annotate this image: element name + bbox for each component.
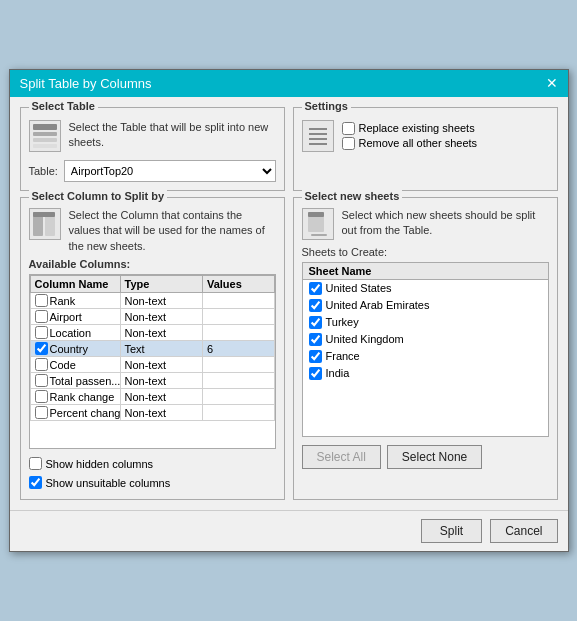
settings-icon-row: Replace existing sheets Remove all other… — [302, 120, 549, 152]
sheet-name: France — [326, 350, 360, 362]
cancel-button[interactable]: Cancel — [490, 519, 557, 543]
settings-content: Replace existing sheets Remove all other… — [302, 120, 549, 152]
col-header-type: Type — [120, 276, 202, 293]
settings-checkboxes: Replace existing sheets Remove all other… — [342, 120, 478, 152]
columns-header-row: Column Name Type Values — [30, 276, 274, 293]
column-bottom-options: Show hidden columns Show unsuitable colu… — [29, 455, 276, 491]
select-sheets-label: Select new sheets — [302, 190, 403, 202]
split-button[interactable]: Split — [421, 519, 482, 543]
sheet-checkbox[interactable] — [309, 333, 322, 346]
sheet-name: United Arab Emirates — [326, 299, 430, 311]
columns-table-wrap[interactable]: Column Name Type Values Rank Non-text — [29, 274, 276, 449]
col-values — [202, 309, 274, 325]
table-row: Location Non-text — [30, 325, 274, 341]
table-label: Table: — [29, 165, 58, 177]
col-header-name: Column Name — [30, 276, 120, 293]
sheets-description: Select which new sheets should be split … — [342, 208, 549, 239]
sheet-name: United Kingdom — [326, 333, 404, 345]
col-name: Location — [50, 327, 92, 339]
col-checkbox[interactable] — [35, 342, 48, 355]
select-sheets-group: Select new sheets Select which new sheet… — [293, 197, 558, 500]
settings-group: Settings Replace existi — [293, 107, 558, 191]
dialog-title: Split Table by Columns — [20, 76, 152, 91]
remove-sheets-checkbox[interactable] — [342, 137, 355, 150]
col-checkbox[interactable] — [35, 358, 48, 371]
select-all-none-buttons: Select All Select None — [302, 445, 549, 469]
table-row: Rank Non-text — [30, 293, 274, 309]
col-type: Non-text — [120, 389, 202, 405]
table-row: Total passen... Non-text — [30, 373, 274, 389]
bottom-section: Select Column to Split by Select the Col… — [10, 197, 568, 510]
col-name-cell: Rank change — [30, 389, 120, 405]
svg-rect-5 — [309, 133, 327, 135]
select-none-button[interactable]: Select None — [387, 445, 482, 469]
title-bar: Split Table by Columns ✕ — [10, 70, 568, 97]
select-all-button[interactable]: Select All — [302, 445, 381, 469]
close-button[interactable]: ✕ — [546, 76, 558, 90]
column-description: Select the Column that contains the valu… — [69, 208, 276, 254]
col-name-cell: Rank — [30, 293, 120, 309]
col-type: Non-text — [120, 357, 202, 373]
table-row: Country Text 6 — [30, 341, 274, 357]
sheet-checkbox[interactable] — [309, 350, 322, 363]
columns-thead: Column Name Type Values — [30, 276, 274, 293]
sheet-checkbox[interactable] — [309, 316, 322, 329]
show-hidden-row: Show hidden columns — [29, 457, 276, 470]
column-icon — [29, 208, 61, 240]
col-type: Text — [120, 341, 202, 357]
settings-icon — [302, 120, 334, 152]
col-name-cell: Percent change — [30, 405, 120, 421]
col-name: Code — [50, 359, 76, 371]
col-checkbox[interactable] — [35, 374, 48, 387]
list-item: United States — [303, 280, 548, 297]
columns-tbody: Rank Non-text Airport Non-text Location … — [30, 293, 274, 421]
col-name: Rank change — [50, 391, 115, 403]
col-name-cell: Total passen... — [30, 373, 120, 389]
table-select[interactable]: AirportTop20 — [64, 160, 276, 182]
sheets-icon — [302, 208, 334, 240]
sheet-checkbox[interactable] — [309, 299, 322, 312]
col-name: Airport — [50, 311, 82, 323]
select-table-group: Select Table Select the Table that will … — [20, 107, 285, 191]
col-checkbox[interactable] — [35, 406, 48, 419]
sheets-list: United States United Arab Emirates Turke… — [303, 280, 548, 382]
column-desc-row: Select the Column that contains the valu… — [29, 208, 276, 254]
col-name-cell: Airport — [30, 309, 120, 325]
col-checkbox[interactable] — [35, 326, 48, 339]
replace-sheets-checkbox[interactable] — [342, 122, 355, 135]
svg-rect-7 — [309, 143, 327, 145]
col-name-cell: Code — [30, 357, 120, 373]
col-type: Non-text — [120, 325, 202, 341]
sheet-checkbox[interactable] — [309, 282, 322, 295]
show-hidden-checkbox[interactable] — [29, 457, 42, 470]
list-item: United Kingdom — [303, 331, 548, 348]
col-values — [202, 325, 274, 341]
select-table-description: Select the Table that will be split into… — [69, 120, 276, 151]
select-column-group: Select Column to Split by Select the Col… — [20, 197, 285, 500]
show-unsuitable-checkbox[interactable] — [29, 476, 42, 489]
settings-svg — [306, 124, 330, 148]
sheets-list-wrap[interactable]: Sheet Name United States United Arab Emi… — [302, 262, 549, 437]
col-checkbox[interactable] — [35, 390, 48, 403]
svg-rect-13 — [308, 212, 324, 217]
replace-sheets-label: Replace existing sheets — [359, 122, 475, 134]
show-unsuitable-label: Show unsuitable columns — [46, 477, 171, 489]
sheets-create-heading: Sheets to Create: — [302, 246, 549, 258]
col-checkbox[interactable] — [35, 310, 48, 323]
svg-rect-10 — [33, 212, 55, 217]
sheet-name: Turkey — [326, 316, 359, 328]
col-values — [202, 373, 274, 389]
table-svg — [31, 122, 59, 150]
sheet-checkbox[interactable] — [309, 367, 322, 380]
col-values: 6 — [202, 341, 274, 357]
settings-label: Settings — [302, 100, 351, 112]
col-values — [202, 405, 274, 421]
column-svg — [31, 210, 59, 238]
col-name-cell: Country — [30, 341, 120, 357]
col-name: Rank — [50, 295, 76, 307]
table-row: Airport Non-text — [30, 309, 274, 325]
col-type: Non-text — [120, 373, 202, 389]
split-table-dialog: Split Table by Columns ✕ Select Table — [9, 69, 569, 552]
show-hidden-label: Show hidden columns — [46, 458, 154, 470]
col-checkbox[interactable] — [35, 294, 48, 307]
